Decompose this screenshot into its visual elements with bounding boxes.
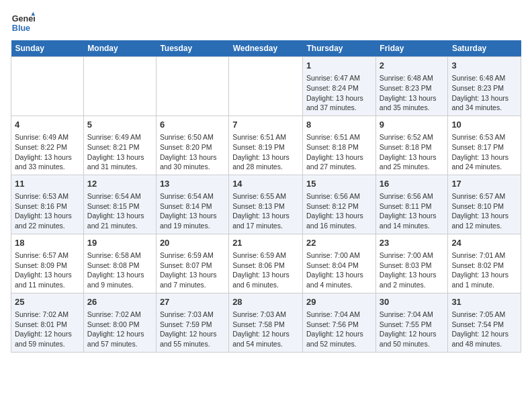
calendar-cell: 23Sunrise: 7:00 AMSunset: 8:03 PMDayligh…: [375, 234, 448, 293]
day-info: Sunrise: 6:50 AMSunset: 8:20 PMDaylight:…: [160, 132, 225, 172]
day-info: Sunrise: 7:05 AMSunset: 7:54 PMDaylight:…: [451, 310, 517, 349]
day-number: 16: [380, 178, 445, 190]
calendar-cell: 20Sunrise: 6:59 AMSunset: 8:07 PMDayligh…: [156, 234, 228, 293]
day-number: 9: [380, 119, 445, 131]
day-number: 4: [15, 119, 80, 131]
calendar-week-row: 1Sunrise: 6:47 AMSunset: 8:24 PMDaylight…: [11, 57, 521, 116]
day-number: 5: [87, 119, 152, 131]
calendar-cell: [11, 57, 84, 116]
calendar-cell: 31Sunrise: 7:05 AMSunset: 7:54 PMDayligh…: [448, 293, 521, 352]
day-number: 13: [160, 178, 225, 190]
calendar-cell: 1Sunrise: 6:47 AMSunset: 8:24 PMDaylight…: [303, 57, 376, 116]
day-info: Sunrise: 7:04 AMSunset: 7:56 PMDaylight:…: [306, 310, 372, 349]
day-info: Sunrise: 6:54 AMSunset: 8:15 PMDaylight:…: [87, 191, 152, 231]
day-info: Sunrise: 6:48 AMSunset: 8:23 PMDaylight:…: [451, 73, 517, 113]
calendar-cell: 8Sunrise: 6:51 AMSunset: 8:18 PMDaylight…: [303, 116, 376, 175]
day-number: 26: [87, 296, 152, 308]
day-info: Sunrise: 6:56 AMSunset: 8:12 PMDaylight:…: [306, 191, 372, 231]
day-number: 19: [87, 237, 152, 249]
day-number: 12: [87, 178, 152, 190]
calendar-cell: 22Sunrise: 7:00 AMSunset: 8:04 PMDayligh…: [303, 234, 376, 293]
weekday-header: Monday: [83, 40, 156, 57]
day-number: 17: [451, 178, 517, 190]
day-number: 22: [306, 237, 372, 249]
day-number: 27: [160, 296, 225, 308]
day-number: 2: [380, 60, 445, 72]
day-info: Sunrise: 6:51 AMSunset: 8:18 PMDaylight:…: [306, 132, 372, 172]
day-info: Sunrise: 6:51 AMSunset: 8:19 PMDaylight:…: [232, 132, 299, 172]
weekday-header: Tuesday: [156, 40, 228, 57]
svg-text:General: General: [12, 14, 35, 24]
day-info: Sunrise: 7:00 AMSunset: 8:04 PMDaylight:…: [306, 250, 372, 290]
day-info: Sunrise: 6:49 AMSunset: 8:22 PMDaylight:…: [15, 132, 80, 172]
calendar-week-row: 18Sunrise: 6:57 AMSunset: 8:09 PMDayligh…: [11, 234, 521, 293]
calendar-table: SundayMondayTuesdayWednesdayThursdayFrid…: [11, 40, 521, 353]
calendar-week-row: 25Sunrise: 7:02 AMSunset: 8:01 PMDayligh…: [11, 293, 521, 352]
day-number: 28: [232, 296, 299, 308]
day-info: Sunrise: 7:02 AMSunset: 8:00 PMDaylight:…: [87, 310, 152, 349]
day-info: Sunrise: 6:49 AMSunset: 8:21 PMDaylight:…: [87, 132, 152, 172]
logo-icon: General Blue: [11, 11, 35, 35]
day-number: 7: [232, 119, 299, 131]
day-info: Sunrise: 6:58 AMSunset: 8:08 PMDaylight:…: [87, 250, 152, 290]
calendar-week-row: 11Sunrise: 6:53 AMSunset: 8:16 PMDayligh…: [11, 175, 521, 234]
calendar-cell: 7Sunrise: 6:51 AMSunset: 8:19 PMDaylight…: [229, 116, 303, 175]
calendar-cell: 29Sunrise: 7:04 AMSunset: 7:56 PMDayligh…: [303, 293, 376, 352]
page-header: General Blue: [11, 11, 521, 35]
day-number: 30: [380, 296, 445, 308]
calendar-cell: 19Sunrise: 6:58 AMSunset: 8:08 PMDayligh…: [83, 234, 156, 293]
day-info: Sunrise: 7:02 AMSunset: 8:01 PMDaylight:…: [15, 310, 80, 349]
calendar-cell: 27Sunrise: 7:03 AMSunset: 7:59 PMDayligh…: [156, 293, 228, 352]
calendar-cell: 14Sunrise: 6:55 AMSunset: 8:13 PMDayligh…: [229, 175, 303, 234]
day-info: Sunrise: 6:56 AMSunset: 8:11 PMDaylight:…: [380, 191, 445, 231]
calendar-cell: 26Sunrise: 7:02 AMSunset: 8:00 PMDayligh…: [83, 293, 156, 352]
calendar-cell: 6Sunrise: 6:50 AMSunset: 8:20 PMDaylight…: [156, 116, 228, 175]
day-info: Sunrise: 7:03 AMSunset: 7:59 PMDaylight:…: [160, 310, 225, 349]
calendar-cell: 10Sunrise: 6:53 AMSunset: 8:17 PMDayligh…: [448, 116, 521, 175]
day-number: 20: [160, 237, 225, 249]
calendar-cell: 24Sunrise: 7:01 AMSunset: 8:02 PMDayligh…: [448, 234, 521, 293]
day-number: 25: [15, 296, 80, 308]
day-info: Sunrise: 6:57 AMSunset: 8:09 PMDaylight:…: [15, 250, 80, 290]
calendar-cell: 28Sunrise: 7:03 AMSunset: 7:58 PMDayligh…: [229, 293, 303, 352]
day-number: 29: [306, 296, 372, 308]
day-info: Sunrise: 6:53 AMSunset: 8:17 PMDaylight:…: [451, 132, 517, 172]
calendar-cell: 9Sunrise: 6:52 AMSunset: 8:18 PMDaylight…: [375, 116, 448, 175]
calendar-cell: 30Sunrise: 7:04 AMSunset: 7:55 PMDayligh…: [375, 293, 448, 352]
calendar-cell: 11Sunrise: 6:53 AMSunset: 8:16 PMDayligh…: [11, 175, 84, 234]
day-info: Sunrise: 6:52 AMSunset: 8:18 PMDaylight:…: [380, 132, 445, 172]
day-number: 24: [451, 237, 517, 249]
day-number: 21: [232, 237, 299, 249]
day-number: 14: [232, 178, 299, 190]
day-info: Sunrise: 6:59 AMSunset: 8:07 PMDaylight:…: [160, 250, 225, 290]
day-info: Sunrise: 7:00 AMSunset: 8:03 PMDaylight:…: [380, 250, 445, 290]
weekday-header: Sunday: [11, 40, 84, 57]
day-number: 6: [160, 119, 225, 131]
day-number: 18: [15, 237, 80, 249]
calendar-cell: [83, 57, 156, 116]
day-number: 23: [380, 237, 445, 249]
weekday-header: Friday: [375, 40, 448, 57]
day-info: Sunrise: 6:55 AMSunset: 8:13 PMDaylight:…: [232, 191, 299, 231]
calendar-header-row: SundayMondayTuesdayWednesdayThursdayFrid…: [11, 40, 521, 57]
day-info: Sunrise: 6:59 AMSunset: 8:06 PMDaylight:…: [232, 250, 299, 290]
calendar-cell: 3Sunrise: 6:48 AMSunset: 8:23 PMDaylight…: [448, 57, 521, 116]
day-info: Sunrise: 6:53 AMSunset: 8:16 PMDaylight:…: [15, 191, 80, 231]
calendar-cell: 5Sunrise: 6:49 AMSunset: 8:21 PMDaylight…: [83, 116, 156, 175]
day-info: Sunrise: 6:48 AMSunset: 8:23 PMDaylight:…: [380, 73, 445, 113]
day-number: 15: [306, 178, 372, 190]
day-info: Sunrise: 7:03 AMSunset: 7:58 PMDaylight:…: [232, 310, 299, 349]
calendar-cell: 21Sunrise: 6:59 AMSunset: 8:06 PMDayligh…: [229, 234, 303, 293]
logo: General Blue: [11, 11, 35, 35]
weekday-header: Thursday: [303, 40, 376, 57]
day-info: Sunrise: 7:01 AMSunset: 8:02 PMDaylight:…: [451, 250, 517, 290]
day-number: 31: [451, 296, 517, 308]
day-info: Sunrise: 6:57 AMSunset: 8:10 PMDaylight:…: [451, 191, 517, 231]
svg-text:Blue: Blue: [12, 24, 30, 33]
calendar-cell: 4Sunrise: 6:49 AMSunset: 8:22 PMDaylight…: [11, 116, 84, 175]
calendar-cell: 15Sunrise: 6:56 AMSunset: 8:12 PMDayligh…: [303, 175, 376, 234]
calendar-cell: [229, 57, 303, 116]
calendar-cell: [156, 57, 228, 116]
day-number: 10: [451, 119, 517, 131]
calendar-cell: 13Sunrise: 6:54 AMSunset: 8:14 PMDayligh…: [156, 175, 228, 234]
